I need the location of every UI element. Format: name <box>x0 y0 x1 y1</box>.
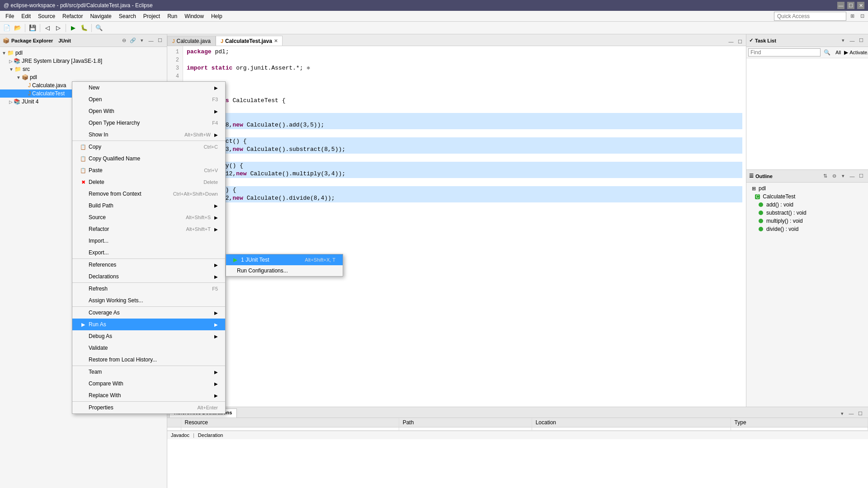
ctx-copy[interactable]: 📋 Copy Ctrl+C <box>72 141 225 153</box>
col-resource[interactable]: Resource <box>181 418 399 427</box>
editor-tab-calculate[interactable]: J Calculate.java <box>167 36 216 46</box>
bottom-menu-button[interactable]: ▾ <box>838 409 846 418</box>
save-button[interactable]: 💾 <box>28 23 38 33</box>
menu-navigate[interactable]: Navigate <box>86 12 115 20</box>
ctx-refresh[interactable]: Refresh F5 <box>72 282 225 295</box>
task-find-button[interactable]: 🔍 <box>822 49 832 56</box>
outline-sort-button[interactable]: ⇅ <box>821 172 829 180</box>
minimize-left-button[interactable]: — <box>147 37 155 45</box>
ctx-team[interactable]: Team ▶ <box>72 366 225 378</box>
tab-calculate-icon: J <box>172 38 175 44</box>
ctx-copy-qualified[interactable]: 📋 Copy Qualified Name <box>72 153 225 164</box>
col-type[interactable]: Type <box>731 418 868 427</box>
ctx-restore-local[interactable]: Restore from Local History... <box>72 354 225 366</box>
ctx-show-in[interactable]: Show In Alt+Shift+W ▶ <box>72 129 225 141</box>
ctx-import[interactable]: Import... <box>72 235 225 247</box>
ctx-replace-with[interactable]: Replace With ▶ <box>72 389 225 401</box>
col-path[interactable]: Path <box>399 418 532 427</box>
outline-collapse-button[interactable]: ⊖ <box>830 172 838 180</box>
ctx-open-with[interactable]: Open With ▶ <box>72 105 225 117</box>
open-perspective-button[interactable]: ⊡ <box>858 12 866 20</box>
ctx-open[interactable]: Open F3 <box>72 94 225 105</box>
close-button[interactable]: ✕ <box>857 2 864 9</box>
ctx-new[interactable]: New ▶ <box>72 82 225 94</box>
task-menu-button[interactable]: ▾ <box>839 37 847 45</box>
outline-item-add[interactable]: add() : void <box>746 201 868 209</box>
collapse-all-button[interactable]: ⊖ <box>120 37 128 45</box>
ctx-debug-as[interactable]: Debug As ▶ <box>72 330 225 342</box>
task-find-input[interactable] <box>748 48 821 56</box>
ctx-declarations-label: Declarations <box>89 273 119 280</box>
ctx-assign-working-sets[interactable]: Assign Working Sets... <box>72 295 225 306</box>
tree-item-jre[interactable]: ▷ 📚 JRE System Library [JavaSE-1.8] <box>0 57 167 65</box>
submenu-run-configurations[interactable]: Run Configurations... <box>226 265 343 276</box>
task-min-button[interactable]: — <box>848 37 856 45</box>
code-line-16: Equals(12,new Calculate().multiply(3,4))… <box>187 170 742 178</box>
link-with-editor-button[interactable]: 🔗 <box>129 37 137 45</box>
menu-search[interactable]: Search <box>115 12 140 20</box>
menu-window[interactable]: Window <box>181 12 208 20</box>
outline-item-pdl[interactable]: ⊞ pdl <box>746 184 868 192</box>
menu-help[interactable]: Help <box>208 12 226 20</box>
tree-item-pdl-package[interactable]: ▼ 📦 pdl <box>0 73 167 81</box>
submenu-junit-test[interactable]: ▶ 1 JUnit Test Alt+Shift+X, T <box>226 254 343 265</box>
ctx-properties[interactable]: Properties Alt+Enter <box>72 401 225 413</box>
view-menu-button[interactable]: ▾ <box>138 37 146 45</box>
ctx-refactor[interactable]: Refactor Alt+Shift+T ▶ <box>72 223 225 235</box>
maximize-editor-button[interactable]: ☐ <box>736 38 744 46</box>
open-button[interactable]: 📂 <box>13 23 23 33</box>
ctx-source[interactable]: Source Alt+Shift+S ▶ <box>72 211 225 223</box>
ctx-build-path[interactable]: Build Path ▶ <box>72 200 225 211</box>
menu-edit[interactable]: Edit <box>18 12 34 20</box>
ctx-open-type-hierarchy[interactable]: Open Type Hierarchy F4 <box>72 117 225 129</box>
ctx-run-as[interactable]: ▶ Run As ▶ <box>72 319 225 330</box>
menu-file[interactable]: File <box>2 12 18 20</box>
run-button[interactable]: ▶ <box>68 23 78 33</box>
bottom-min-button[interactable]: — <box>847 409 855 418</box>
maximize-button[interactable]: ☐ <box>847 2 854 9</box>
tab-close-icon[interactable]: ✕ <box>274 38 278 43</box>
ctx-assign-label: Assign Working Sets... <box>89 297 143 304</box>
editor-tab-calculatetest[interactable]: J CalculateTest.java ✕ <box>216 36 283 46</box>
new-button[interactable]: 📄 <box>2 23 12 33</box>
tree-item-pdl-project[interactable]: ▼ 📁 pdl <box>0 49 167 57</box>
outline-item-divide[interactable]: divide() : void <box>746 225 868 233</box>
search-button[interactable]: 🔍 <box>94 23 104 33</box>
quick-access-input[interactable] <box>774 12 846 21</box>
ctx-declarations[interactable]: Declarations ▶ <box>72 271 225 282</box>
ctx-coverage-as[interactable]: Coverage As ▶ <box>72 306 225 319</box>
minimize-editor-button[interactable]: — <box>727 38 735 46</box>
code-lines[interactable]: package pdl; import static org.junit.Ass… <box>183 46 746 407</box>
back-button[interactable]: ◁ <box>42 23 52 33</box>
outline-max-button[interactable]: ☐ <box>857 172 865 180</box>
debug-button[interactable]: 🐛 <box>79 23 89 33</box>
cell-type-1 <box>731 427 868 431</box>
ctx-paste[interactable]: 📋 Paste Ctrl+V <box>72 164 225 176</box>
ctx-validate[interactable]: Validate <box>72 342 225 354</box>
menu-source[interactable]: Source <box>34 12 59 20</box>
task-max-button[interactable]: ☐ <box>857 37 865 45</box>
outline-menu-button[interactable]: ▾ <box>839 172 847 180</box>
ctx-compare-with[interactable]: Compare With ▶ <box>72 378 225 389</box>
menu-run[interactable]: Run <box>164 12 181 20</box>
forward-button[interactable]: ▷ <box>53 23 63 33</box>
junit-tab[interactable]: JUnit <box>58 38 71 43</box>
task-activate-link[interactable]: Activate... <box>849 50 868 55</box>
outline-item-calculatetest[interactable]: C CalculateTest <box>746 192 868 201</box>
col-location[interactable]: Location <box>532 418 731 427</box>
task-all-link[interactable]: All <box>835 50 841 55</box>
tree-item-src[interactable]: ▼ 📁 src <box>0 65 167 73</box>
bottom-max-button[interactable]: ☐ <box>856 409 864 418</box>
minimize-button[interactable]: — <box>837 2 844 9</box>
outline-item-multiply[interactable]: multiply() : void <box>746 217 868 225</box>
outline-item-substract[interactable]: substract() : void <box>746 209 868 217</box>
ctx-references[interactable]: References ▶ <box>72 258 225 271</box>
menu-refactor[interactable]: Refactor <box>59 12 86 20</box>
ctx-remove-context[interactable]: Remove from Context Ctrl+Alt+Shift+Down <box>72 188 225 200</box>
menu-project[interactable]: Project <box>140 12 164 20</box>
ctx-delete[interactable]: ✖ Delete Delete <box>72 176 225 188</box>
perspectives-button[interactable]: ⊞ <box>848 12 856 20</box>
maximize-left-button[interactable]: ☐ <box>156 37 164 45</box>
outline-min-button[interactable]: — <box>848 172 856 180</box>
ctx-export[interactable]: Export... <box>72 247 225 258</box>
